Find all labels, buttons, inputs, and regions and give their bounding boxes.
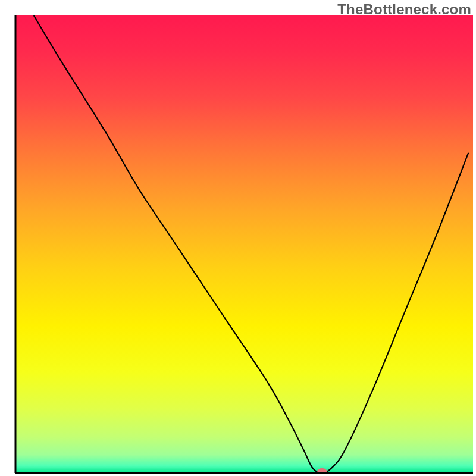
watermark-text: TheBottleneck.com xyxy=(337,1,471,18)
plot-background xyxy=(15,15,473,473)
bottleneck-chart: TheBottleneck.com xyxy=(0,0,476,476)
chart-svg xyxy=(0,0,476,476)
